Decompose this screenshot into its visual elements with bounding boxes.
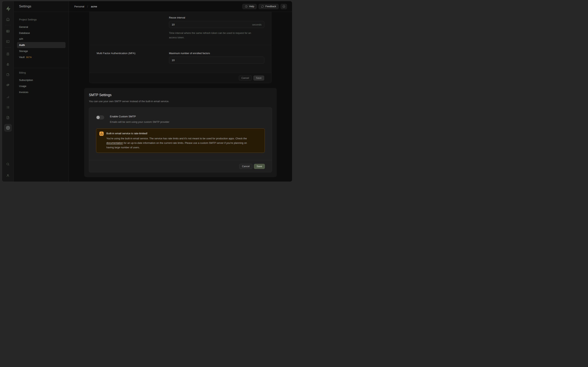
database-icon[interactable] bbox=[6, 51, 10, 56]
reports-icon[interactable] bbox=[6, 95, 10, 99]
reuse-interval-label: Reuse interval bbox=[169, 16, 264, 19]
settings-sidebar-body: Project Settings General Database API Au… bbox=[14, 12, 69, 95]
rate-limit-warning: Built-in email service is rate-limited! … bbox=[96, 128, 265, 153]
toggle-knob bbox=[97, 116, 100, 119]
content-scroll-area[interactable]: Reuse interval seconds Time interval whe… bbox=[69, 12, 292, 182]
page-title: Settings bbox=[19, 4, 31, 8]
smtp-description: You can use your own SMTP server instead… bbox=[89, 100, 272, 103]
home-icon[interactable] bbox=[6, 17, 10, 22]
bell-icon bbox=[282, 5, 285, 8]
logs-icon[interactable] bbox=[6, 105, 10, 109]
sidebar-item-subscription[interactable]: Subscription bbox=[17, 77, 65, 83]
search-icon[interactable] bbox=[6, 162, 10, 166]
storage-icon[interactable] bbox=[6, 72, 10, 77]
sidebar-divider bbox=[14, 68, 69, 68]
reuse-interval-description: Time interval where the same refresh tok… bbox=[169, 31, 253, 40]
settings-sidebar-header: Settings bbox=[14, 1, 69, 12]
reuse-interval-input[interactable] bbox=[172, 23, 252, 26]
warning-triangle-icon bbox=[99, 132, 104, 136]
icon-rail bbox=[2, 1, 14, 182]
warning-body: You're using the built-in email service.… bbox=[106, 136, 247, 150]
help-icon bbox=[245, 5, 248, 8]
smtp-section: SMTP Settings You can use your own SMTP … bbox=[84, 88, 277, 177]
nav-group-project-settings: Project Settings bbox=[19, 18, 65, 22]
sidebar-item-invoices[interactable]: Invoices bbox=[17, 89, 65, 95]
breadcrumb-org[interactable]: Personal bbox=[74, 5, 84, 8]
auth-cancel-button[interactable]: Cancel bbox=[239, 75, 252, 81]
enable-custom-smtp-label: Enable Custom SMTP bbox=[110, 115, 169, 118]
smtp-save-button[interactable]: Save bbox=[254, 164, 265, 169]
sidebar-item-usage[interactable]: Usage bbox=[17, 83, 65, 89]
account-icon[interactable] bbox=[6, 173, 10, 178]
mfa-max-factors-label: Maximum number of enrolled factors bbox=[169, 52, 264, 55]
help-button[interactable]: Help bbox=[242, 4, 257, 9]
edge-functions-icon[interactable] bbox=[6, 83, 10, 87]
main-area: Personal / acme Help Feedback bbox=[69, 1, 292, 182]
app-window: Settings Project Settings General Databa… bbox=[0, 0, 294, 184]
reuse-interval-unit: seconds bbox=[252, 23, 262, 26]
auth-tokens-card: Reuse interval seconds Time interval whe… bbox=[89, 12, 271, 83]
breadcrumb-project[interactable]: acme bbox=[91, 5, 97, 8]
reuse-interval-row: Reuse interval seconds Time interval whe… bbox=[90, 12, 271, 45]
mfa-max-factors-input[interactable] bbox=[172, 59, 262, 62]
row-left-spacer bbox=[90, 12, 169, 45]
smtp-card: Enable Custom SMTP Emails will be sent u… bbox=[89, 108, 272, 172]
settings-sidebar: Settings Project Settings General Databa… bbox=[14, 1, 69, 182]
app-panel: Settings Project Settings General Databa… bbox=[2, 1, 292, 182]
mfa-row: Multi Factor Authentication (MFA) Maximu… bbox=[90, 45, 271, 73]
nav-group-billing: Billing bbox=[19, 71, 65, 75]
smtp-cancel-button[interactable]: Cancel bbox=[239, 164, 252, 169]
supabase-logo-icon bbox=[5, 6, 10, 11]
documentation-link[interactable]: documentation bbox=[106, 142, 123, 144]
enable-custom-smtp-toggle[interactable] bbox=[96, 115, 104, 119]
sidebar-item-vault[interactable]: Vault BETA bbox=[17, 54, 65, 60]
top-bar-actions: Help Feedback bbox=[242, 4, 287, 9]
auth-card-footer: Cancel Save bbox=[90, 73, 271, 83]
top-bar: Personal / acme Help Feedback bbox=[69, 1, 292, 12]
reuse-interval-input-box: seconds bbox=[169, 21, 264, 28]
notifications-button[interactable] bbox=[281, 4, 287, 9]
sidebar-item-auth[interactable]: Auth bbox=[17, 42, 65, 48]
enable-custom-smtp-description: Emails will be sent using your custom SM… bbox=[110, 120, 169, 123]
settings-icon[interactable] bbox=[4, 124, 12, 132]
rail-divider bbox=[5, 25, 11, 25]
smtp-toggle-row: Enable Custom SMTP Emails will be sent u… bbox=[89, 108, 272, 123]
sidebar-item-database[interactable]: Database bbox=[17, 30, 65, 36]
feedback-button[interactable]: Feedback bbox=[259, 4, 279, 9]
table-editor-icon[interactable] bbox=[6, 29, 10, 33]
smtp-card-footer: Cancel Save bbox=[89, 160, 272, 172]
sidebar-item-api[interactable]: API bbox=[17, 36, 65, 42]
warning-title: Built-in email service is rate-limited! bbox=[106, 132, 247, 135]
api-docs-icon[interactable] bbox=[6, 115, 10, 120]
auth-save-button[interactable]: Save bbox=[253, 75, 265, 81]
mfa-max-factors-input-box bbox=[169, 57, 264, 64]
sidebar-item-general[interactable]: General bbox=[17, 24, 65, 30]
beta-badge: BETA bbox=[26, 56, 32, 58]
mfa-section-label: Multi Factor Authentication (MFA) bbox=[90, 45, 169, 73]
sidebar-item-storage[interactable]: Storage bbox=[17, 48, 65, 54]
breadcrumb-separator: / bbox=[87, 5, 88, 8]
auth-icon[interactable] bbox=[6, 62, 10, 67]
feedback-icon bbox=[261, 5, 264, 8]
smtp-title: SMTP Settings bbox=[89, 93, 272, 97]
sql-editor-icon[interactable] bbox=[6, 39, 10, 44]
